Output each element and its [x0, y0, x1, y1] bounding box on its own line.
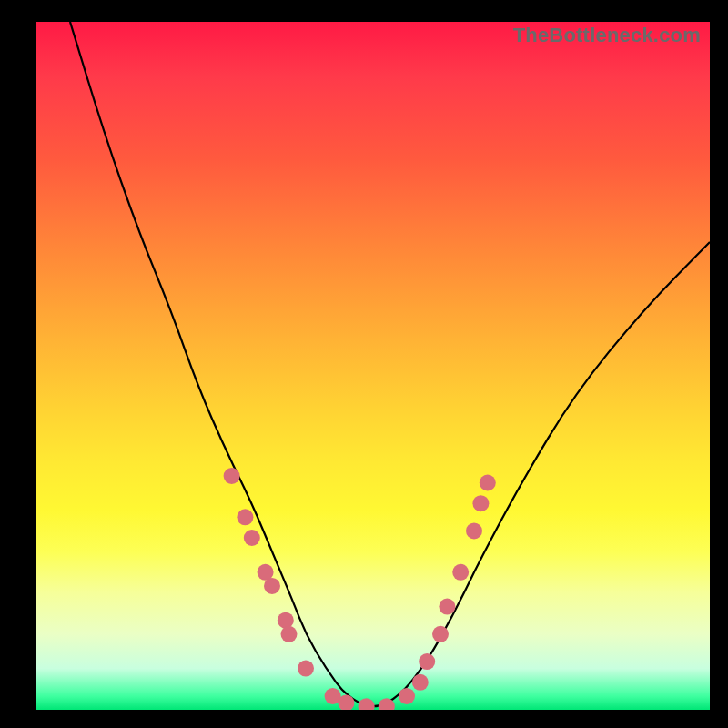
highlight-dot	[432, 626, 449, 642]
highlight-dot	[264, 578, 280, 594]
chart-frame: TheBottleneck.com	[0, 0, 728, 728]
highlight-dot	[419, 653, 435, 670]
highlight-dot	[439, 599, 455, 615]
highlight-dots	[224, 468, 496, 710]
highlight-dot	[412, 674, 429, 691]
highlight-dot	[244, 530, 260, 546]
bottleneck-curve	[70, 22, 710, 706]
highlight-dot	[399, 688, 415, 704]
highlight-dot	[224, 468, 240, 484]
highlight-dot	[480, 475, 496, 491]
highlight-dot	[281, 626, 298, 642]
chart-overlay	[36, 22, 710, 710]
highlight-dot	[278, 612, 294, 629]
highlight-dot	[237, 509, 253, 525]
chart-plot-area: TheBottleneck.com	[36, 22, 710, 710]
highlight-dot	[359, 698, 375, 710]
highlight-dot	[452, 564, 469, 581]
highlight-dot	[298, 661, 314, 677]
highlight-dot	[466, 522, 482, 539]
highlight-dot	[472, 495, 489, 511]
